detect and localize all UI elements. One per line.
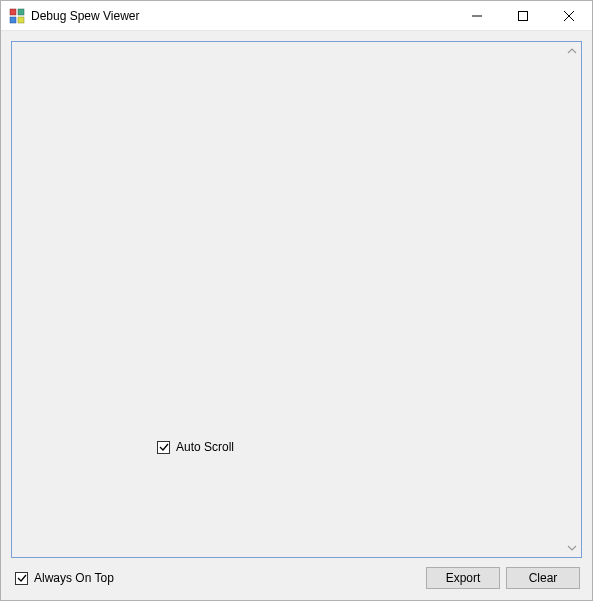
- export-button[interactable]: Export: [426, 567, 500, 589]
- svg-rect-5: [519, 12, 528, 21]
- maximize-icon: [518, 11, 528, 21]
- svg-rect-2: [10, 17, 16, 23]
- client-area: Auto Scroll Always On Top Export Clear: [1, 31, 592, 600]
- auto-scroll-checkbox[interactable]: [157, 441, 170, 454]
- debug-output-textbox[interactable]: Auto Scroll: [11, 41, 582, 558]
- always-on-top-checkbox-wrap: Always On Top: [15, 571, 114, 585]
- minimize-icon: [472, 11, 482, 21]
- clear-button[interactable]: Clear: [506, 567, 580, 589]
- checkmark-icon: [159, 442, 169, 452]
- chevron-up-icon: [567, 46, 577, 56]
- app-icon: [9, 8, 25, 24]
- auto-scroll-checkbox-wrap: Auto Scroll: [157, 440, 234, 454]
- vertical-scrollbar[interactable]: [563, 43, 580, 556]
- svg-rect-3: [18, 17, 24, 23]
- bottom-bar: Always On Top Export Clear: [11, 564, 582, 592]
- window-title: Debug Spew Viewer: [31, 9, 454, 23]
- maximize-button[interactable]: [500, 1, 546, 31]
- close-icon: [564, 11, 574, 21]
- close-button[interactable]: [546, 1, 592, 31]
- chevron-down-icon: [567, 543, 577, 553]
- debug-spew-viewer-window: Debug Spew Viewer: [0, 0, 593, 601]
- auto-scroll-label[interactable]: Auto Scroll: [176, 440, 234, 454]
- window-controls: [454, 1, 592, 30]
- minimize-button[interactable]: [454, 1, 500, 31]
- svg-rect-1: [18, 9, 24, 15]
- titlebar[interactable]: Debug Spew Viewer: [1, 1, 592, 31]
- svg-rect-0: [10, 9, 16, 15]
- always-on-top-label[interactable]: Always On Top: [34, 571, 114, 585]
- checkmark-icon: [17, 573, 27, 583]
- always-on-top-checkbox[interactable]: [15, 572, 28, 585]
